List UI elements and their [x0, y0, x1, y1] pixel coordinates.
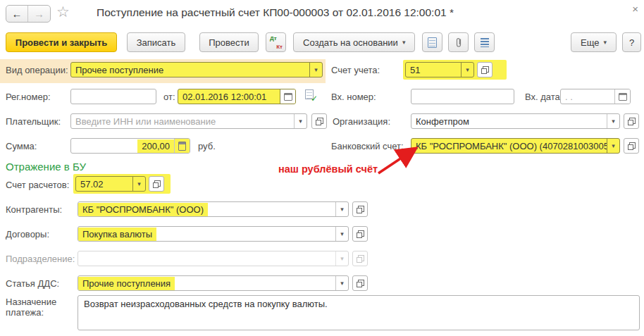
annotation-text: наш рублёвый счёт: [278, 163, 378, 175]
payment-purpose-label: Назначение платежа:: [6, 297, 70, 318]
organization-field[interactable]: Конфетпром ▾: [411, 113, 620, 129]
counterparty-open-button[interactable]: [352, 201, 368, 217]
open-icon: [628, 142, 636, 150]
incoming-number-label: Вх. номер:: [331, 92, 376, 102]
chevron-down-icon[interactable]: ▾: [607, 139, 619, 153]
organization-open-button[interactable]: [624, 113, 639, 129]
chevron-down-icon[interactable]: ▾: [132, 177, 145, 191]
chevron-down-icon[interactable]: ▾: [335, 276, 348, 290]
annotation-arrow: [371, 144, 425, 176]
counterparty-field[interactable]: КБ "РОСПРОМБАНК" (ООО) ▾: [78, 201, 349, 217]
department-field: ▾: [78, 251, 349, 266]
doc-date-label: от:: [163, 92, 175, 102]
open-icon: [357, 255, 364, 263]
contract-field[interactable]: Покупка валюты ▾: [78, 226, 349, 242]
accounting-account-label: Счет учета:: [331, 65, 380, 75]
list-icon: [481, 38, 489, 47]
report-button[interactable]: [422, 32, 442, 52]
nav-button-group: ← →: [6, 5, 51, 23]
payer-label: Плательщик:: [6, 116, 61, 127]
forward-arrow-icon: →: [34, 8, 44, 20]
open-icon: [357, 206, 364, 213]
chevron-down-icon[interactable]: ▾: [335, 202, 348, 216]
reg-number-label: Рег.номер:: [6, 92, 51, 102]
incoming-number-field[interactable]: [411, 89, 514, 104]
forward-button[interactable]: →: [28, 6, 50, 22]
amount-label: Сумма:: [6, 141, 37, 151]
favorite-star-icon[interactable]: ☆: [56, 4, 70, 20]
open-icon: [628, 118, 636, 125]
page-title: Поступление на расчетный счет КП00-00000…: [97, 6, 454, 19]
more-button[interactable]: Еще ▾: [571, 32, 617, 52]
accounting-account-highlight: 51 ▾: [403, 60, 507, 80]
counterparty-label: Контрагенты:: [6, 204, 62, 215]
toolbar: Провести и закрыть Записать Провести Дт …: [6, 32, 641, 52]
cash-flow-item-field[interactable]: Прочие поступления ▾: [78, 275, 349, 291]
currency-label: руб.: [198, 141, 216, 151]
doc-date-field[interactable]: 02.01.2016 12:00:01: [178, 89, 296, 104]
create-based-on-button[interactable]: Создать на основании ▾: [293, 32, 415, 52]
chevron-down-icon[interactable]: ▾: [607, 114, 619, 128]
document-icon: [428, 37, 437, 48]
dtkt-icon: Дт Кт: [270, 37, 282, 49]
cash-flow-item-label: Статья ДДС:: [6, 278, 59, 289]
post-button[interactable]: Провести: [199, 32, 259, 52]
settlement-account-highlight: 57.02 ▾: [73, 174, 171, 194]
incoming-date-calendar-button[interactable]: [614, 89, 630, 104]
settlement-account-open-button[interactable]: [149, 176, 164, 192]
chevron-down-icon[interactable]: ▾: [309, 63, 322, 77]
doc-date-calendar-button[interactable]: [280, 89, 295, 104]
settlement-account-label: Счет расчетов:: [6, 180, 69, 190]
contract-label: Договоры:: [6, 229, 49, 239]
close-button[interactable]: ×: [632, 3, 638, 15]
amount-calculator-button[interactable]: [174, 139, 190, 153]
chevron-down-icon: ▾: [603, 39, 607, 46]
chevron-down-icon: ▾: [335, 251, 348, 266]
back-button[interactable]: ←: [6, 6, 28, 22]
calculator-icon: [178, 142, 186, 151]
operation-type-label: Вид операции:: [6, 65, 68, 75]
cash-flow-item-open-button[interactable]: [352, 275, 368, 291]
reg-number-field[interactable]: [70, 89, 156, 104]
payment-purpose-field[interactable]: Возврат неизрасходованных средств на пок…: [78, 295, 640, 330]
amount-field[interactable]: 200,00: [70, 138, 190, 154]
accounting-account-field[interactable]: 51 ▾: [405, 62, 474, 77]
paperclip-icon: [454, 37, 463, 48]
help-button[interactable]: ?: [622, 32, 641, 52]
open-icon: [357, 280, 364, 287]
open-icon: [481, 66, 489, 74]
register-button[interactable]: [474, 32, 495, 52]
department-label: Подразделение:: [6, 254, 75, 264]
attachments-button[interactable]: [448, 32, 469, 52]
contract-open-button[interactable]: [352, 226, 368, 242]
accounting-account-open-button[interactable]: [477, 62, 493, 77]
document-check-icon[interactable]: ✓: [304, 89, 316, 101]
open-icon: [357, 230, 364, 238]
settlement-account-field[interactable]: 57.02 ▾: [75, 176, 146, 192]
payer-open-button[interactable]: [311, 113, 327, 129]
save-button[interactable]: Записать: [127, 32, 185, 52]
calendar-icon: [619, 93, 627, 101]
open-icon: [153, 180, 161, 188]
open-icon: [316, 118, 323, 125]
payer-field[interactable]: Введите ИНН или наименование ▾: [70, 113, 307, 129]
chevron-down-icon[interactable]: ▾: [461, 63, 473, 77]
department-open-button: [352, 251, 368, 266]
chevron-down-icon[interactable]: ▾: [294, 114, 306, 128]
chevron-down-icon[interactable]: ▾: [335, 227, 348, 241]
bank-account-field[interactable]: КБ "РОСПРОМБАНК" (ООО) (40702810030050 ▾: [411, 138, 620, 154]
calendar-icon: [284, 93, 292, 101]
dtkt-postings-button[interactable]: Дт Кт: [266, 32, 286, 52]
operation-type-field[interactable]: Прочее поступление ▾: [70, 62, 323, 77]
organization-label: Организация:: [333, 116, 390, 127]
incoming-date-field[interactable]: . .: [560, 89, 631, 104]
bank-account-open-button[interactable]: [624, 138, 639, 154]
incoming-date-label: Вх. дата:: [525, 92, 562, 102]
section-accounting-heading: Отражение в БУ: [6, 161, 86, 173]
post-and-close-button[interactable]: Провести и закрыть: [6, 32, 117, 52]
chevron-down-icon: ▾: [402, 39, 406, 46]
back-arrow-icon: ←: [12, 8, 23, 20]
